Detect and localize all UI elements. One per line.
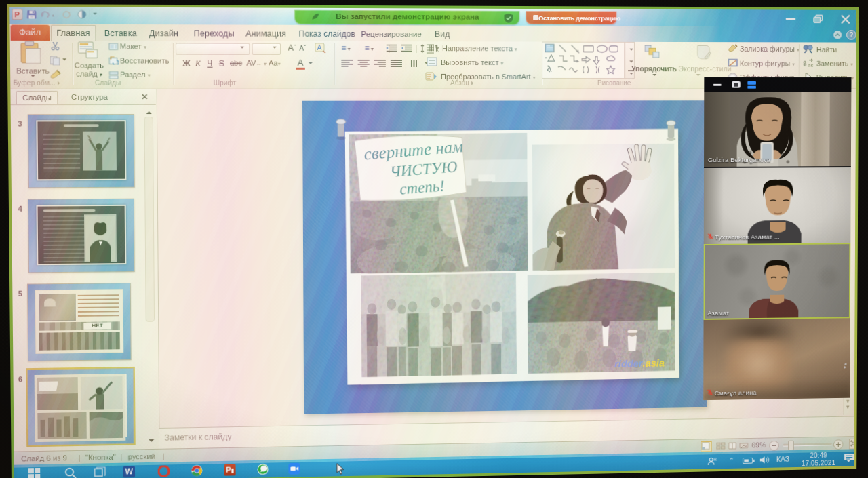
svg-text:ac: ac	[808, 62, 813, 68]
svg-text:ridder.asia: ridder.asia	[614, 357, 665, 370]
svg-text:R: R	[714, 457, 717, 462]
svg-text:A: A	[317, 44, 322, 52]
svg-text:A: A	[436, 48, 439, 53]
svg-text:степь!: степь!	[399, 177, 445, 197]
svg-text:?: ?	[849, 31, 853, 38]
